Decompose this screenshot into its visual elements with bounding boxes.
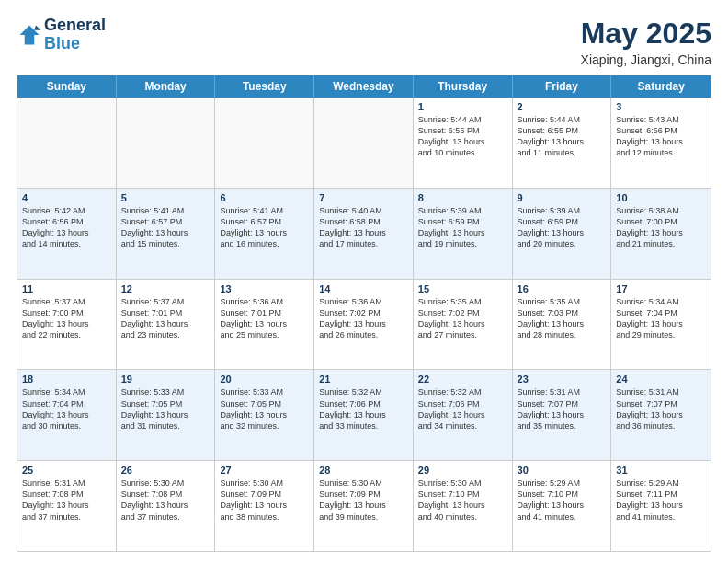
day-number: 4 [22,192,111,203]
day-number: 19 [121,373,210,385]
day-number: 3 [616,101,706,112]
cell-info-text: Sunrise: 5:35 AM Sunset: 7:03 PM Dayligh… [518,296,607,341]
calendar-cell-24: 24Sunrise: 5:31 AM Sunset: 7:07 PM Dayli… [611,370,711,460]
day-number: 27 [220,465,309,476]
weekday-header-friday: Friday [513,75,612,98]
calendar: SundayMondayTuesdayWednesdayThursdayFrid… [17,75,711,552]
calendar-header: SundayMondayTuesdayWednesdayThursdayFrid… [17,75,711,98]
calendar-cell-21: 21Sunrise: 5:32 AM Sunset: 7:06 PM Dayli… [314,370,414,460]
calendar-cell-27: 27Sunrise: 5:30 AM Sunset: 7:09 PM Dayli… [215,461,314,551]
cell-info-text: Sunrise: 5:30 AM Sunset: 7:10 PM Dayligh… [418,477,507,523]
calendar-cell-empty-0-1 [117,98,216,188]
cell-info-text: Sunrise: 5:37 AM Sunset: 7:01 PM Dayligh… [121,296,210,341]
cell-info-text: Sunrise: 5:31 AM Sunset: 7:07 PM Dayligh… [616,386,706,431]
cell-info-text: Sunrise: 5:30 AM Sunset: 7:09 PM Dayligh… [220,477,309,523]
calendar-cell-empty-0-3 [314,98,414,188]
calendar-cell-6: 6Sunrise: 5:41 AM Sunset: 6:57 PM Daylig… [215,189,314,279]
calendar-cell-empty-0-2 [215,98,314,188]
day-number: 21 [319,373,408,385]
calendar-row-1: 1Sunrise: 5:44 AM Sunset: 6:55 PM Daylig… [17,98,711,188]
day-number: 16 [518,283,607,294]
day-number: 23 [518,373,607,385]
calendar-cell-11: 11Sunrise: 5:37 AM Sunset: 7:00 PM Dayli… [17,280,117,370]
logo-line1: General [44,17,106,35]
calendar-cell-23: 23Sunrise: 5:31 AM Sunset: 7:07 PM Dayli… [513,370,612,460]
cell-info-text: Sunrise: 5:36 AM Sunset: 7:01 PM Dayligh… [220,296,309,341]
day-number: 26 [121,465,210,476]
calendar-cell-25: 25Sunrise: 5:31 AM Sunset: 7:08 PM Dayli… [17,461,117,551]
day-number: 8 [418,192,507,203]
title-block: May 2025 Xiaping, Jiangxi, China [581,17,711,67]
calendar-cell-empty-0-0 [17,98,117,188]
day-number: 18 [22,373,111,385]
calendar-cell-16: 16Sunrise: 5:35 AM Sunset: 7:03 PM Dayli… [513,280,612,370]
calendar-cell-19: 19Sunrise: 5:33 AM Sunset: 7:05 PM Dayli… [117,370,216,460]
day-number: 6 [220,192,309,203]
calendar-cell-18: 18Sunrise: 5:34 AM Sunset: 7:04 PM Dayli… [17,370,117,460]
calendar-cell-14: 14Sunrise: 5:36 AM Sunset: 7:02 PM Dayli… [314,280,414,370]
calendar-cell-1: 1Sunrise: 5:44 AM Sunset: 6:55 PM Daylig… [414,98,513,188]
weekday-header-wednesday: Wednesday [314,75,414,98]
cell-info-text: Sunrise: 5:33 AM Sunset: 7:05 PM Dayligh… [220,386,309,431]
cell-info-text: Sunrise: 5:34 AM Sunset: 7:04 PM Dayligh… [616,296,706,341]
page: General Blue May 2025 Xiaping, Jiangxi, … [0,0,728,563]
calendar-row-3: 11Sunrise: 5:37 AM Sunset: 7:00 PM Dayli… [17,279,711,370]
calendar-body: 1Sunrise: 5:44 AM Sunset: 6:55 PM Daylig… [17,98,711,551]
cell-info-text: Sunrise: 5:35 AM Sunset: 7:02 PM Dayligh… [418,296,507,341]
weekday-header-thursday: Thursday [414,75,513,98]
location: Xiaping, Jiangxi, China [581,52,711,67]
cell-info-text: Sunrise: 5:43 AM Sunset: 6:56 PM Dayligh… [616,114,706,159]
svg-marker-2 [34,25,40,29]
calendar-cell-9: 9Sunrise: 5:39 AM Sunset: 6:59 PM Daylig… [513,189,612,279]
cell-info-text: Sunrise: 5:31 AM Sunset: 7:07 PM Dayligh… [518,386,607,431]
day-number: 24 [616,373,706,385]
calendar-cell-28: 28Sunrise: 5:30 AM Sunset: 7:09 PM Dayli… [314,461,414,551]
cell-info-text: Sunrise: 5:36 AM Sunset: 7:02 PM Dayligh… [319,296,408,341]
month-title: May 2025 [581,17,711,51]
day-number: 10 [616,192,706,203]
logo: General Blue [17,17,106,53]
calendar-cell-20: 20Sunrise: 5:33 AM Sunset: 7:05 PM Dayli… [215,370,314,460]
weekday-header-saturday: Saturday [611,75,711,98]
calendar-cell-30: 30Sunrise: 5:29 AM Sunset: 7:10 PM Dayli… [513,461,612,551]
header: General Blue May 2025 Xiaping, Jiangxi, … [17,17,711,67]
calendar-cell-2: 2Sunrise: 5:44 AM Sunset: 6:55 PM Daylig… [513,98,612,188]
calendar-cell-4: 4Sunrise: 5:42 AM Sunset: 6:56 PM Daylig… [17,189,117,279]
day-number: 25 [22,465,111,476]
cell-info-text: Sunrise: 5:32 AM Sunset: 7:06 PM Dayligh… [319,386,408,431]
day-number: 31 [616,465,706,476]
day-number: 15 [418,283,507,294]
day-number: 22 [418,373,507,385]
cell-info-text: Sunrise: 5:30 AM Sunset: 7:08 PM Dayligh… [121,477,210,523]
cell-info-text: Sunrise: 5:29 AM Sunset: 7:10 PM Dayligh… [518,477,607,523]
cell-info-text: Sunrise: 5:31 AM Sunset: 7:08 PM Dayligh… [22,477,111,523]
cell-info-text: Sunrise: 5:42 AM Sunset: 6:56 PM Dayligh… [22,205,111,250]
day-number: 5 [121,192,210,203]
cell-info-text: Sunrise: 5:33 AM Sunset: 7:05 PM Dayligh… [121,386,210,431]
calendar-cell-31: 31Sunrise: 5:29 AM Sunset: 7:11 PM Dayli… [611,461,711,551]
cell-info-text: Sunrise: 5:37 AM Sunset: 7:00 PM Dayligh… [22,296,111,341]
weekday-header-monday: Monday [117,75,216,98]
cell-info-text: Sunrise: 5:41 AM Sunset: 6:57 PM Dayligh… [121,205,210,250]
day-number: 13 [220,283,309,294]
calendar-cell-8: 8Sunrise: 5:39 AM Sunset: 6:59 PM Daylig… [414,189,513,279]
day-number: 14 [319,283,408,294]
cell-info-text: Sunrise: 5:29 AM Sunset: 7:11 PM Dayligh… [616,477,706,523]
calendar-row-4: 18Sunrise: 5:34 AM Sunset: 7:04 PM Dayli… [17,369,711,460]
cell-info-text: Sunrise: 5:41 AM Sunset: 6:57 PM Dayligh… [220,205,309,250]
cell-info-text: Sunrise: 5:44 AM Sunset: 6:55 PM Dayligh… [418,114,507,159]
day-number: 7 [319,192,408,203]
calendar-cell-17: 17Sunrise: 5:34 AM Sunset: 7:04 PM Dayli… [611,280,711,370]
calendar-cell-29: 29Sunrise: 5:30 AM Sunset: 7:10 PM Dayli… [414,461,513,551]
day-number: 20 [220,373,309,385]
calendar-cell-13: 13Sunrise: 5:36 AM Sunset: 7:01 PM Dayli… [215,280,314,370]
calendar-row-2: 4Sunrise: 5:42 AM Sunset: 6:56 PM Daylig… [17,188,711,279]
day-number: 9 [518,192,607,203]
day-number: 28 [319,465,408,476]
day-number: 2 [518,101,607,112]
logo-text: General Blue [44,17,106,53]
cell-info-text: Sunrise: 5:30 AM Sunset: 7:09 PM Dayligh… [319,477,408,523]
logo-icon [17,22,42,48]
day-number: 29 [418,465,507,476]
calendar-cell-3: 3Sunrise: 5:43 AM Sunset: 6:56 PM Daylig… [611,98,711,188]
